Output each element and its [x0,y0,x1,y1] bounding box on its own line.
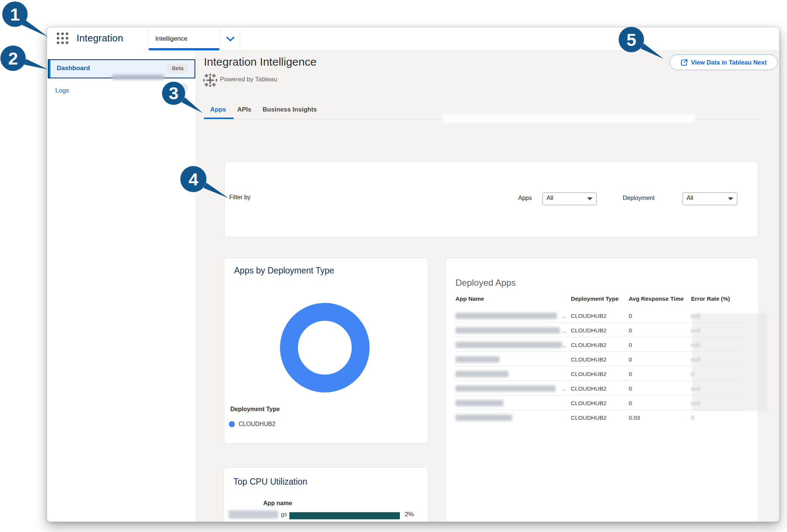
truncation-dots: .. [563,313,566,319]
callout-arrow-1 [22,20,48,37]
cell-deployment-type: CLOUDHUB2 [571,356,607,363]
cell-avg-response-time: 0 [629,371,632,378]
legend-label: CLOUDHUB2 [239,421,276,428]
table-card-title: Deployed Apps [455,278,516,288]
dropdown-arrow-icon [587,197,592,200]
deployment-type-donut-chart [273,295,377,400]
col-app-name: App Name [455,295,484,302]
cell-deployment-type: CLOUDHUB2 [571,371,607,378]
global-header: Integration Intelligence [47,27,779,51]
header-divider [240,29,240,48]
tab-business-insights[interactable]: Business Insights [262,106,317,113]
cpu-column-label: App name [263,500,292,507]
dropdown-arrow-icon [728,197,733,200]
blur-redaction [112,75,165,80]
blur-redaction [443,115,695,123]
cell-deployment-type: CLOUDHUB2 [571,414,607,421]
sidebar: Dashboard Beta Logs [47,50,196,522]
app-name-suffix: gs [281,511,287,518]
tableau-logo-icon [203,73,217,87]
cell-deployment-type: CLOUDHUB2 [571,327,607,334]
redacted-app-name [455,414,512,421]
truncation-dots: .. [563,342,566,348]
cell-deployment-type: CLOUDHUB2 [571,313,607,319]
filter-by-label: Filter by [229,194,251,201]
external-link-icon [681,59,688,66]
deployment-filter-label: Deployment [623,195,654,201]
deployment-filter-value: All [687,195,693,201]
nav-tab-intelligence[interactable]: Intelligence [148,28,220,50]
legend-dot [229,421,235,427]
cell-avg-response-time: 0 [629,327,632,334]
beta-badge: Beta [167,63,189,73]
tab-apis[interactable]: APIs [237,106,252,113]
callout-arrow-2 [24,59,48,69]
cpu-card-title: Top CPU Utilization [233,477,307,487]
callout-number-1: 1 [10,4,20,24]
cell-deployment-type: CLOUDHUB2 [571,385,607,392]
callout-number-2: 2 [8,48,18,68]
chevron-down-icon[interactable] [226,36,235,42]
cell-deployment-type: CLOUDHUB2 [571,400,607,407]
beta-badge-partial [167,83,188,93]
selected-accent-bar [49,60,50,78]
redacted-app-name [455,313,557,319]
redacted-app-name [455,342,562,348]
blur-redaction [692,313,767,411]
truncation-dots: .. [563,327,566,334]
donut-card-title: Apps by Deployment Type [234,266,334,276]
redacted-app-name [455,400,503,406]
cell-avg-response-time: 0 [629,385,632,392]
powered-by-tableau: Powered by Tableau [220,76,277,83]
sidebar-item-label: Dashboard [57,65,90,72]
page-title: Integration Intelligence [204,56,317,68]
table-row: CLOUDHUB20.030 [455,413,743,424]
app-launcher-icon[interactable] [57,32,69,45]
redacted-app-name [455,385,556,392]
view-data-button-label: View Data in Tableau Next [691,59,767,66]
nav-tab-label: Intelligence [155,35,187,43]
sidebar-item-logs[interactable]: Logs [55,87,69,94]
deployment-filter-dropdown[interactable]: All [682,193,737,205]
cell-avg-response-time: 0 [629,356,632,363]
legend-title: Deployment Type [230,406,280,413]
cell-avg-response-time: 0.03 [629,414,640,421]
apps-filter-label: Apps [518,195,532,201]
callout-circle-2 [0,46,26,71]
apps-filter-dropdown[interactable]: All [542,193,597,205]
cell-avg-response-time: 0 [629,342,632,348]
top-cpu-utilization-card: Top CPU Utilization App name gs 2% [224,467,428,522]
cell-error-rate-redacted: 0 [691,414,694,421]
redacted-app-name [455,327,560,334]
redacted-app-name [228,510,278,519]
apps-filter-value: All [547,195,553,201]
col-avg-response: Avg Response Time [629,295,684,302]
app-window: Integration Intelligence Dashboard Beta … [47,27,780,522]
cell-avg-response-time: 0 [629,313,632,319]
deployed-apps-card: Deployed Apps App Name Deployment Type A… [445,258,759,522]
view-data-in-tableau-next-button[interactable]: View Data in Tableau Next [669,54,778,70]
main-tabs: AppsAPIsBusiness Insights [210,106,317,113]
truncation-dots: .. [563,385,566,392]
callout-circle-1 [2,1,28,27]
cell-deployment-type: CLOUDHUB2 [571,342,607,348]
cpu-value-label: 2% [405,511,414,518]
cell-avg-response-time: 0 [629,400,632,407]
tab-apps[interactable]: Apps [210,106,226,113]
filter-panel: Filter by Apps All Deployment All [224,162,758,237]
cpu-utilization-bar [289,512,400,519]
col-error-rate: Error Rate (%) [691,295,730,302]
redacted-app-name [455,371,508,377]
app-title: Integration [77,32,123,44]
col-deployment-type: Deployment Type [571,295,619,302]
apps-by-deployment-type-card: Apps by Deployment Type Deployment Type … [224,258,428,444]
redacted-app-name [455,356,500,363]
